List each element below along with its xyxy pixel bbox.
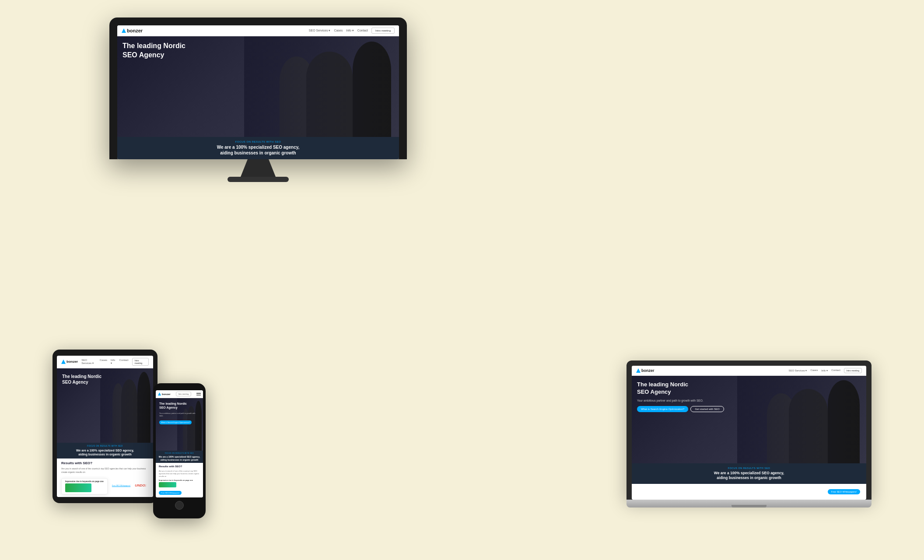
tablet-hero-title: The leading Nordic SEO Agency: [62, 374, 136, 443]
tablet-stats: Impressive rise in keywords on page one: [61, 478, 108, 494]
desktop-hero-title: The leading Nordic SEO Agency: [122, 42, 217, 137]
laptop-screen: bonzer SEO Services ▾ Cases Info ▾ Conta…: [632, 366, 866, 500]
laptop-cta-btn[interactable]: Intro meeting: [844, 368, 862, 373]
laptop-free-link[interactable]: Free SEO Whitepapers!: [828, 489, 860, 494]
tablet-cta-btn[interactable]: Intro meeting: [132, 358, 149, 366]
laptop-device: bonzer SEO Services ▾ Cases Info ▾ Conta…: [626, 360, 872, 508]
laptop-nav-info[interactable]: Info ▾: [821, 369, 828, 372]
phone-hamburger[interactable]: [196, 393, 201, 396]
laptop-focus-bar: FOCUS ON RESULTS WITH SEO We are a 100% …: [632, 463, 866, 484]
phone-screen: bonzer Intro meeting: [156, 390, 203, 497]
tablet-content-heading: Results with SEO?: [61, 461, 149, 465]
tablet-nav-links: SEO Services ▾ Cases Info ▾ Contact: [81, 359, 128, 364]
scene: bonzer SEO Services ▾ Cases Info ▾ Conta…: [0, 0, 924, 560]
phone-content: Results with SEO? Are you in search of o…: [156, 463, 203, 497]
desktop-hero-content: The leading Nordic SEO Agency Your ambit…: [117, 36, 222, 137]
laptop-logo-icon: [636, 368, 640, 373]
phone-stats-label: Impressive rise in keywords on page one: [159, 479, 200, 481]
phone-focus-bar: FOCUS ON RESULTS WITH SEO We are a 100% …: [156, 451, 203, 463]
tablet-logo-icon: [61, 360, 66, 364]
desktop-focus-bar: FOCUS ON RESULTS WITH SEO We are a 100% …: [117, 137, 399, 159]
laptop-focus-label: FOCUS ON RESULTS WITH SEO: [638, 467, 860, 469]
desktop-screen: bonzer SEO Services ▾ Cases Info ▾ Conta…: [117, 25, 399, 159]
tablet-content-text: Are you in search of one of the country'…: [61, 467, 149, 474]
laptop-hero-content: The leading Nordic SEO Agency Your ambit…: [632, 376, 729, 417]
phone-nav-btn[interactable]: Intro meeting: [176, 392, 191, 396]
phone-hero: The leading Nordic SEO Agency Your ambit…: [156, 398, 203, 451]
tablet-nav-contact[interactable]: Contact: [119, 359, 129, 364]
logo-icon: [122, 28, 126, 33]
phone-hero-subtitle: Your ambitious partner and path to growt…: [159, 412, 200, 417]
tablet-nav-info[interactable]: Info ▾: [111, 359, 116, 364]
desktop-focus-text: We are a 100% specialized SEO agency, ai…: [122, 144, 394, 156]
desktop-monitor: bonzer SEO Services ▾ Cases Info ▾ Conta…: [109, 18, 407, 182]
desktop-nav-links: SEO Services ▾ Cases Info ▾ Contact: [309, 29, 368, 32]
desktop-hero: The leading Nordic SEO Agency Your ambit…: [117, 36, 399, 137]
tablet-device: bonzer SEO Services ▾ Cases Info ▾ Conta…: [52, 350, 158, 503]
laptop-hero-buttons: What is Search Engine Optimization? Get …: [637, 406, 724, 412]
tablet-hero-content: The leading Nordic SEO Agency Your ambit…: [57, 368, 141, 443]
tablet-focus-label: FOCUS ON RESULTS WITH SEO: [60, 445, 150, 447]
tablet-undo: UNDO:: [135, 483, 146, 487]
phone-logo: bonzer: [158, 392, 171, 396]
nav-seo-services[interactable]: SEO Services ▾: [309, 29, 331, 32]
phone-free-link[interactable]: Free SEO Whitepapers!: [159, 491, 182, 495]
laptop-hero-subtitle: Your ambitious partner and path to growt…: [637, 399, 724, 402]
monitor-stand: [241, 159, 276, 177]
laptop-base: [626, 500, 872, 508]
nav-cases[interactable]: Cases: [334, 29, 343, 32]
monitor-base: [228, 177, 289, 182]
phone-focus-text: We are a 100% specialized SEO agency, ai…: [158, 455, 200, 461]
desktop-cta-btn[interactable]: Intro meeting: [371, 28, 395, 34]
hero-overlay: [244, 36, 399, 137]
laptop-logo: bonzer: [636, 368, 654, 373]
phone-hero-title: The leading Nordic SEO Agency: [159, 402, 200, 410]
laptop-get-started-btn[interactable]: Get started with SEO: [690, 406, 724, 412]
laptop-content: Free SEO Whitepapers!: [632, 484, 866, 500]
tablet-screen: bonzer SEO Services ▾ Cases Info ▾ Conta…: [57, 356, 153, 497]
phone-cta-btn[interactable]: Intro meeting: [176, 392, 191, 396]
laptop-hero: The leading Nordic SEO Agency Your ambit…: [632, 376, 866, 463]
tablet-stats-row: Impressive rise in keywords on page one …: [61, 476, 149, 494]
phone-hero-content: The leading Nordic SEO Agency Your ambit…: [156, 398, 203, 428]
phone-focus-label: FOCUS ON RESULTS WITH SEO: [158, 452, 200, 454]
laptop-hero-title: The leading Nordic SEO Agency: [637, 381, 724, 396]
tablet-hero: The leading Nordic SEO Agency Your ambit…: [57, 368, 153, 443]
phone-nav: bonzer Intro meeting: [156, 390, 203, 398]
laptop-focus-text: We are a 100% specialized SEO agency, ai…: [638, 471, 860, 480]
tablet-stats-label: Impressive rise in keywords on page one: [65, 480, 104, 483]
laptop-hero-overlay: [737, 376, 866, 463]
tablet-nav: bonzer SEO Services ▾ Cases Info ▾ Conta…: [57, 356, 153, 368]
phone-home-button[interactable]: [175, 501, 184, 510]
nav-info[interactable]: Info ▾: [346, 29, 354, 32]
laptop-nav-cases[interactable]: Cases: [810, 369, 818, 372]
tablet-focus-text: We are a 100% specialized SEO agency, ai…: [60, 448, 150, 456]
laptop-nav: bonzer SEO Services ▾ Cases Info ▾ Conta…: [632, 366, 866, 376]
phone-what-is-seo-btn[interactable]: What is Search Engine Optimization?: [159, 420, 192, 424]
tablet-nav-seo[interactable]: SEO Services ▾: [81, 359, 96, 364]
phone-device: bonzer Intro meeting: [153, 383, 206, 518]
tablet-free-link[interactable]: Free SEO Whitepapers!: [112, 484, 130, 486]
tablet-content: Results with SEO? Are you in search of o…: [57, 458, 153, 497]
laptop-nav-links: SEO Services ▾ Cases Info ▾ Contact: [788, 369, 840, 372]
tablet-logo: bonzer: [61, 360, 78, 364]
desktop-focus-label: FOCUS ON RESULTS WITH SEO: [122, 140, 394, 143]
laptop-nav-contact[interactable]: Contact: [831, 369, 840, 372]
phone-logo-icon: [158, 392, 161, 396]
tablet-nav-cases[interactable]: Cases: [100, 359, 107, 364]
tablet-focus-bar: FOCUS ON RESULTS WITH SEO We are a 100% …: [57, 443, 153, 458]
laptop-what-is-seo-btn[interactable]: What is Search Engine Optimization?: [637, 406, 688, 412]
phone-content-text: Are you in search of one of the country'…: [159, 470, 200, 478]
phone-hero-buttons: What is Search Engine Optimization?: [159, 420, 200, 424]
laptop-nav-seo[interactable]: SEO Services ▾: [788, 369, 807, 372]
desktop-nav: bonzer SEO Services ▾ Cases Info ▾ Conta…: [117, 25, 399, 36]
phone-content-heading: Results with SEO?: [159, 465, 200, 468]
laptop-free-link-row: Free SEO Whitepapers!: [638, 487, 860, 494]
nav-contact[interactable]: Contact: [357, 29, 368, 32]
desktop-logo: bonzer: [122, 28, 143, 33]
phone-stats-row: Impressive rise in keywords on page one: [159, 479, 200, 487]
